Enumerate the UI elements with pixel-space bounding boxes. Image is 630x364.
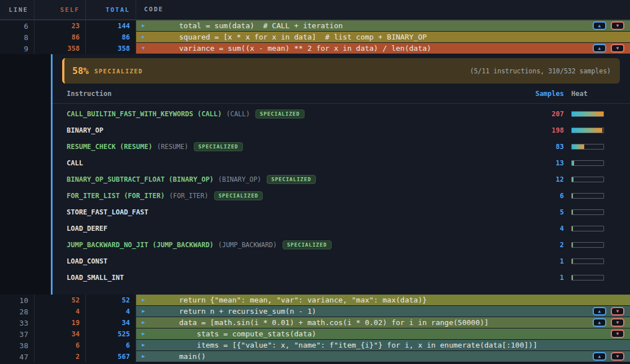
code-text: data = [math.sin(i * 0.01) + math.cos(i … xyxy=(179,318,489,327)
line-number: 9 xyxy=(0,43,34,54)
instruction-name: BINARY_OP xyxy=(67,126,103,134)
instruction-row: FOR_ITER_LIST (FOR_ITER)(FOR_ITER)SPECIA… xyxy=(53,187,630,204)
instruction-row: CALL_BUILTIN_FAST_WITH_KEYWORDS (CALL)(C… xyxy=(53,106,630,122)
line-number: 33 xyxy=(0,317,34,328)
instruction-name: LOAD_SMALL_INT xyxy=(67,274,124,282)
self-samples: 4 xyxy=(34,306,86,317)
heat-bar-fill xyxy=(572,226,573,231)
code-text: main() xyxy=(179,352,206,361)
code-text: items = [{"value": x, "name": f"item_{i}… xyxy=(179,341,537,349)
sample-count: 1 xyxy=(524,274,564,282)
expand-arrow-icon[interactable]: ▶ xyxy=(142,297,151,302)
instruction-name-group: FOR_ITER_LIST (FOR_ITER)(FOR_ITER)SPECIA… xyxy=(67,191,524,200)
column-header-samples[interactable]: Samples xyxy=(524,90,564,98)
heat-bar-fill xyxy=(572,112,603,116)
code-row-line-28: 2844▶return n + recursive_sum(n - 1)▲▼ xyxy=(0,306,630,317)
instruction-row: LOAD_SMALL_INT1 xyxy=(53,269,630,286)
instruction-detail-panel: 58% SPECIALIZED (5/11 instructions, 310/… xyxy=(0,54,630,295)
bottom-code-rows: 105252▶return {"mean": mean, "var": vari… xyxy=(0,295,630,362)
jump-down-button[interactable]: ▼ xyxy=(611,44,624,52)
jump-down-button[interactable]: ▼ xyxy=(611,307,624,315)
column-header-heat: Heat xyxy=(571,90,604,98)
instruction-name: LOAD_CONST xyxy=(67,257,107,265)
column-header-total[interactable]: TOTAL xyxy=(86,0,136,19)
expand-arrow-icon[interactable]: ▶ xyxy=(142,34,151,40)
sample-count: 13 xyxy=(524,159,564,167)
jump-up-button[interactable]: ▲ xyxy=(593,21,606,30)
jump-up-button[interactable]: ▲ xyxy=(593,352,606,361)
code-cell[interactable]: ▶main()▲▼ xyxy=(136,351,630,362)
code-cell[interactable]: ▶ items = [{"value": x, "name": f"item_{… xyxy=(136,340,630,351)
code-row-line-10: 105252▶return {"mean": mean, "var": vari… xyxy=(0,295,630,306)
heat-bar-fill xyxy=(572,144,584,149)
instruction-rows: CALL_BUILTIN_FAST_WITH_KEYWORDS (CALL)(C… xyxy=(53,104,630,286)
total-samples: 52 xyxy=(86,295,136,306)
specialized-badge: SPECIALIZED xyxy=(267,175,316,184)
heat-bar xyxy=(571,275,604,280)
jump-down-button[interactable]: ▼ xyxy=(611,352,624,361)
jump-up-button[interactable]: ▲ xyxy=(593,318,606,327)
self-samples: 86 xyxy=(34,32,86,43)
code-row-line-47: 472567▶main()▲▼ xyxy=(0,351,630,362)
code-text: variance = sum((x - mean) ** 2 for x in … xyxy=(179,44,431,52)
expand-arrow-icon[interactable]: ▶ xyxy=(142,320,151,325)
heat-bar xyxy=(571,193,604,199)
jump-down-button[interactable]: ▼ xyxy=(611,318,624,327)
column-header-line: LINE xyxy=(0,0,34,19)
jump-down-button[interactable]: ▼ xyxy=(611,21,624,30)
code-cell[interactable]: ▶ stats = compute_stats(data)▼ xyxy=(136,328,630,340)
sample-count: 12 xyxy=(524,176,564,183)
row-nav-buttons: ▲▼ xyxy=(593,307,630,315)
sample-count: 5 xyxy=(524,208,564,216)
line-number: 6 xyxy=(0,20,34,32)
heat-bar xyxy=(571,160,604,166)
specialized-label: SPECIALIZED xyxy=(94,68,143,74)
instruction-name-group: LOAD_CONST xyxy=(67,257,524,265)
heat-bar-fill xyxy=(572,128,602,133)
expand-arrow-icon[interactable]: ▶ xyxy=(142,343,151,348)
expand-arrow-icon[interactable]: ▶ xyxy=(142,354,151,359)
instruction-name-group: BINARY_OP_SUBTRACT_FLOAT (BINARY_OP)(BIN… xyxy=(67,175,524,184)
instruction-row: STORE_FAST_LOAD_FAST5 xyxy=(53,204,630,220)
instruction-base-opcode: (RESUME) xyxy=(157,143,188,151)
instruction-base-opcode: (BINARY_OP) xyxy=(218,176,261,183)
row-nav-buttons: ▲▼ xyxy=(593,318,630,327)
column-header-code: CODE xyxy=(136,0,630,19)
code-cell[interactable]: ▼variance = sum((x - mean) ** 2 for x in… xyxy=(136,43,630,54)
expand-arrow-icon[interactable]: ▶ xyxy=(142,23,151,28)
code-row-line-33: 331934▶data = [math.sin(i * 0.01) + math… xyxy=(0,317,630,328)
total-samples: 4 xyxy=(86,306,136,317)
instruction-row: BINARY_OP198 xyxy=(53,122,630,138)
instruction-name-group: STORE_FAST_LOAD_FAST xyxy=(67,208,524,216)
code-text: return n + recursive_sum(n - 1) xyxy=(179,307,316,315)
instruction-name: CALL_BUILTIN_FAST_WITH_KEYWORDS (CALL) xyxy=(67,110,222,118)
code-cell[interactable]: ▶data = [math.sin(i * 0.01) + math.cos(i… xyxy=(136,317,630,328)
collapse-arrow-icon[interactable]: ▼ xyxy=(142,46,151,51)
jump-up-button[interactable]: ▲ xyxy=(593,44,606,52)
expand-arrow-icon[interactable]: ▶ xyxy=(142,309,151,314)
total-samples: 34 xyxy=(86,317,136,328)
code-cell[interactable]: ▶squared = [x * x for x in data] # list … xyxy=(136,32,630,43)
sample-count: 2 xyxy=(524,241,564,249)
column-header-self[interactable]: SELF xyxy=(34,0,86,19)
code-cell[interactable]: ▶return {"mean": mean, "var": variance, … xyxy=(136,295,630,306)
instruction-row: LOAD_CONST1 xyxy=(53,253,630,269)
expand-arrow-icon[interactable]: ▶ xyxy=(142,331,151,336)
total-samples: 144 xyxy=(86,20,136,32)
self-samples: 6 xyxy=(34,340,86,351)
total-samples: 358 xyxy=(86,43,136,54)
code-cell[interactable]: ▶total = sum(data) # CALL + iteration▲▼ xyxy=(136,20,630,32)
code-row-line-37: 3734525▶ stats = compute_stats(data)▼ xyxy=(0,328,630,340)
jump-up-button[interactable]: ▲ xyxy=(593,307,606,315)
code-cell[interactable]: ▶return n + recursive_sum(n - 1)▲▼ xyxy=(136,306,630,317)
instruction-name-group: CALL_BUILTIN_FAST_WITH_KEYWORDS (CALL)(C… xyxy=(67,109,524,119)
code-text: squared = [x * x for x in data] # list c… xyxy=(179,33,427,41)
instruction-table-header: Instruction Samples Heat xyxy=(53,84,630,104)
jump-down-button[interactable]: ▼ xyxy=(611,330,624,338)
specialized-badge: SPECIALIZED xyxy=(214,191,263,200)
sample-count: 83 xyxy=(524,143,564,151)
heat-bar xyxy=(571,209,604,215)
line-number: 8 xyxy=(0,32,34,43)
row-nav-buttons: ▲▼ xyxy=(593,352,630,361)
instruction-row: LOAD_DEREF4 xyxy=(53,220,630,236)
